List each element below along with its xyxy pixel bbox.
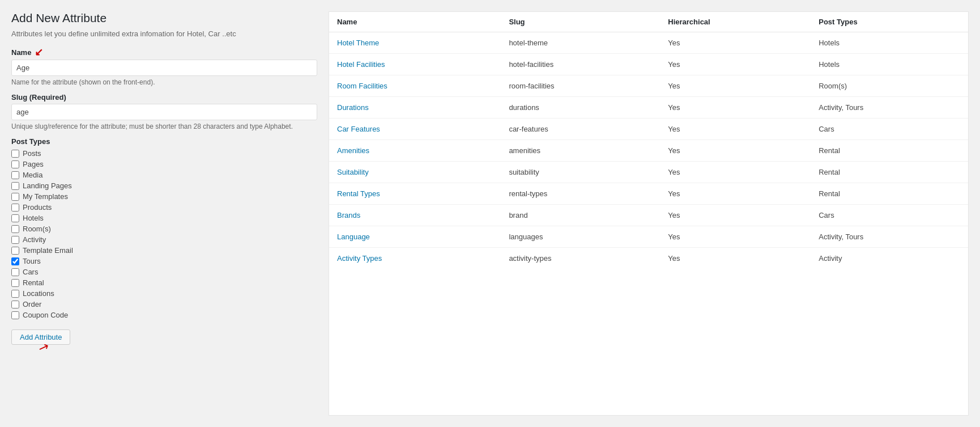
attribute-name-link[interactable]: Suitability [337, 168, 369, 176]
checkbox-media[interactable] [11, 171, 19, 179]
cell-slug: languages [501, 226, 660, 248]
checkbox-item: Products [11, 203, 317, 212]
col-post-types: Post Types [811, 12, 968, 32]
cell-name: Amenities [329, 140, 501, 162]
table-row: Room Facilitiesroom-facilitiesYesRoom(s) [329, 75, 968, 97]
name-input[interactable] [11, 60, 317, 76]
table-row: AmenitiesamenitiesYesRental [329, 140, 968, 162]
col-slug: Slug [501, 12, 660, 32]
cell-hierarchical: Yes [660, 162, 811, 183]
add-attribute-form: Add New Attribute Attributes let you def… [11, 11, 317, 416]
checkbox-label: Cars [23, 268, 38, 276]
checkbox-posts[interactable] [11, 150, 19, 158]
cell-post-types: Hotels [811, 32, 968, 54]
checkbox-item: Rental [11, 278, 317, 287]
cell-name: Brands [329, 205, 501, 226]
checkbox-hotels[interactable] [11, 214, 19, 222]
checkbox-item: Posts [11, 149, 317, 158]
table-row: Activity Typesactivity-typesYesActivity [329, 248, 968, 269]
cell-hierarchical: Yes [660, 75, 811, 97]
checkbox-label: My Templates [23, 192, 68, 201]
slug-label: Slug (Required) [11, 93, 317, 102]
checkbox-item: My Templates [11, 192, 317, 201]
checkbox-locations[interactable] [11, 290, 19, 298]
checkbox-products[interactable] [11, 204, 19, 212]
checkbox-label: Activity [23, 235, 46, 244]
attribute-name-link[interactable]: Amenities [337, 146, 369, 155]
slug-field-container: Slug (Required) Unique slug/reference fo… [11, 93, 317, 130]
cell-name: Suitability [329, 162, 501, 183]
slug-input[interactable] [11, 104, 317, 120]
table-body: Hotel Themehotel-themeYesHotelsHotel Fac… [329, 32, 968, 269]
attribute-name-link[interactable]: Rental Types [337, 189, 380, 198]
cell-slug: hotel-theme [501, 32, 660, 54]
cell-post-types: Room(s) [811, 75, 968, 97]
checkbox-template-email[interactable] [11, 247, 19, 255]
checkbox-label: Pages [23, 160, 44, 168]
checkbox-label: Template Email [23, 246, 73, 255]
table-row: LanguagelanguagesYesActivity, Tours [329, 226, 968, 248]
name-hint: Name for the attribute (shown on the fro… [11, 78, 317, 86]
cell-name: Hotel Theme [329, 32, 501, 54]
checkbox-label: Locations [23, 289, 54, 298]
attribute-name-link[interactable]: Durations [337, 103, 369, 112]
checkbox-item: Room(s) [11, 225, 317, 233]
name-label: Name ↙ [11, 47, 317, 57]
checkbox-label: Landing Pages [23, 181, 72, 190]
checkbox-label: Hotels [23, 214, 44, 222]
checkbox-label: Tours [23, 257, 41, 265]
checkbox-rental[interactable] [11, 279, 19, 287]
attributes-table-panel: Name Slug Hierarchical Post Types Hotel … [329, 11, 969, 416]
checkbox-label: Products [23, 203, 52, 212]
name-field-container: Name ↙ Name for the attribute (shown on … [11, 47, 317, 86]
checkbox-label: Media [23, 171, 42, 179]
checkbox-order[interactable] [11, 301, 19, 308]
table-row: DurationsdurationsYesActivity, Tours [329, 97, 968, 119]
cell-slug: hotel-facilities [501, 54, 660, 75]
cell-slug: room-facilities [501, 75, 660, 97]
checkbox-item: Hotels [11, 214, 317, 222]
button-row: Add Attribute ↗ [11, 327, 317, 345]
checkbox-my-templates[interactable] [11, 193, 19, 201]
attribute-name-link[interactable]: Brands [337, 211, 360, 219]
checkbox-item: Coupon Code [11, 311, 317, 319]
checkbox-landing-pages[interactable] [11, 182, 19, 190]
cell-slug: car-features [501, 119, 660, 140]
post-types-list: PostsPagesMediaLanding PagesMy Templates… [11, 149, 317, 319]
name-arrow-indicator: ↙ [35, 47, 43, 57]
cell-hierarchical: Yes [660, 248, 811, 269]
cell-hierarchical: Yes [660, 97, 811, 119]
table-row: Hotel Facilitieshotel-facilitiesYesHotel… [329, 54, 968, 75]
checkbox-coupon-code[interactable] [11, 311, 19, 319]
attribute-name-link[interactable]: Car Features [337, 125, 380, 133]
checkbox-label: Coupon Code [23, 311, 68, 319]
checkbox-label: Rental [23, 278, 44, 287]
col-name: Name [329, 12, 501, 32]
cell-slug: suitability [501, 162, 660, 183]
checkbox-item: Pages [11, 160, 317, 168]
checkbox-label: Order [23, 300, 41, 308]
page-description: Attributes let you define unlimited extr… [11, 29, 317, 38]
col-hierarchical: Hierarchical [660, 12, 811, 32]
checkbox-tours[interactable] [11, 257, 19, 265]
attribute-name-link[interactable]: Hotel Facilities [337, 60, 385, 69]
cell-hierarchical: Yes [660, 226, 811, 248]
checkbox-pages[interactable] [11, 160, 19, 168]
checkbox-item: Order [11, 300, 317, 308]
checkbox-cars[interactable] [11, 268, 19, 276]
attribute-name-link[interactable]: Hotel Theme [337, 39, 379, 47]
cell-post-types: Rental [811, 140, 968, 162]
checkbox-room(s)[interactable] [11, 225, 19, 233]
attribute-name-link[interactable]: Language [337, 232, 370, 241]
cell-name: Durations [329, 97, 501, 119]
attribute-name-link[interactable]: Room Facilities [337, 82, 387, 90]
cell-hierarchical: Yes [660, 32, 811, 54]
cell-post-types: Rental [811, 162, 968, 183]
table-row: SuitabilitysuitabilityYesRental [329, 162, 968, 183]
cell-post-types: Cars [811, 205, 968, 226]
table-row: Rental Typesrental-typesYesRental [329, 183, 968, 205]
checkbox-item: Template Email [11, 246, 317, 255]
checkbox-item: Locations [11, 289, 317, 298]
attribute-name-link[interactable]: Activity Types [337, 254, 382, 263]
checkbox-activity[interactable] [11, 236, 19, 244]
